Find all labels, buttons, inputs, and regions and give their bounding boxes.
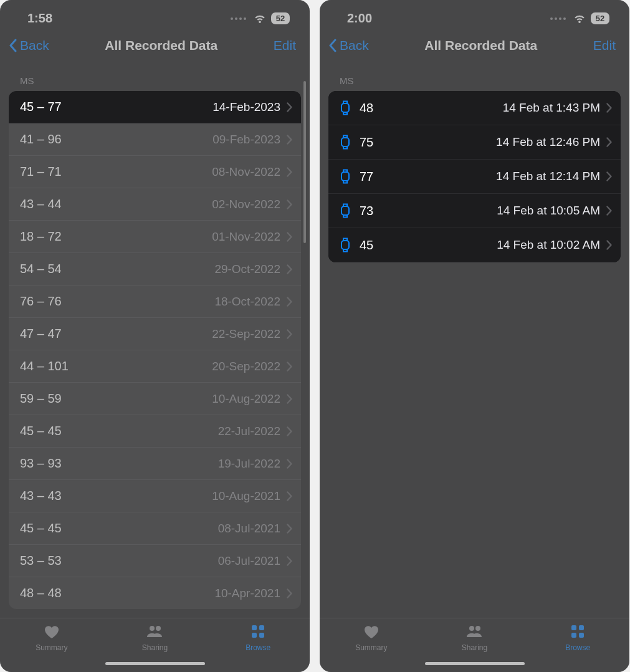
chevron-right-icon	[287, 264, 292, 274]
watch-icon	[340, 203, 351, 219]
svg-rect-4	[252, 633, 257, 638]
table-row[interactable]: 7314 Feb at 10:05 AM	[328, 194, 621, 228]
row-value: 43 – 44	[20, 197, 212, 211]
row-date: 08-Nov-2022	[212, 165, 280, 179]
table-row[interactable]: 43 – 4402-Nov-2022	[9, 188, 301, 221]
row-value: 75	[360, 135, 496, 150]
svg-point-1	[156, 626, 161, 631]
back-button[interactable]: Back	[9, 38, 49, 53]
chevron-right-icon	[606, 171, 612, 181]
tab-summary[interactable]: Summary	[0, 623, 103, 652]
back-button[interactable]: Back	[328, 38, 369, 53]
row-value: 53 – 53	[20, 554, 218, 568]
battery-level: 52	[271, 12, 290, 24]
section-header: MS	[328, 62, 621, 91]
row-date: 14 Feb at 12:14 PM	[496, 170, 600, 183]
chevron-right-icon	[606, 103, 612, 113]
row-date: 14 Feb at 10:05 AM	[497, 204, 600, 218]
grid-icon	[568, 623, 587, 641]
table-row[interactable]: 45 – 4508-Jul-2021	[9, 512, 301, 545]
row-date: 14 Feb at 10:02 AM	[497, 238, 600, 252]
chevron-right-icon	[287, 232, 292, 242]
edit-button[interactable]: Edit	[593, 38, 616, 53]
table-row[interactable]: 76 – 7618-Oct-2022	[9, 286, 301, 318]
tab-summary[interactable]: Summary	[320, 623, 423, 652]
data-list: 45 – 7714-Feb-202341 – 9609-Feb-202371 –…	[9, 91, 301, 609]
tab-label: Sharing	[462, 643, 487, 652]
grid-icon	[249, 623, 267, 641]
row-value: 45 – 45	[20, 521, 218, 535]
table-row[interactable]: 45 – 7714-Feb-2023	[9, 91, 301, 123]
row-value: 93 – 93	[20, 456, 218, 471]
tab-label: Browse	[246, 643, 270, 652]
row-value: 71 – 71	[20, 165, 212, 179]
edit-button[interactable]: Edit	[274, 38, 296, 53]
table-row[interactable]: 71 – 7108-Nov-2022	[9, 156, 301, 188]
cellular-dots-icon	[550, 17, 566, 20]
chevron-right-icon	[287, 556, 292, 566]
svg-rect-14	[579, 625, 584, 630]
row-value: 41 – 96	[20, 132, 212, 146]
chevron-right-icon	[287, 491, 292, 501]
home-indicator[interactable]	[0, 655, 310, 672]
data-list: 4814 Feb at 1:43 PM7514 Feb at 12:46 PM7…	[328, 91, 621, 262]
row-date: 14 Feb at 12:46 PM	[496, 135, 600, 149]
svg-point-12	[475, 626, 480, 631]
row-date: 18-Oct-2022	[214, 295, 280, 309]
row-value: 76 – 76	[20, 294, 214, 309]
row-date: 01-Nov-2022	[212, 230, 280, 244]
tab-sharing[interactable]: Sharing	[103, 623, 207, 652]
row-value: 48	[360, 101, 503, 115]
svg-rect-10	[341, 241, 349, 249]
heart-icon	[362, 623, 381, 641]
phone-right: 2:00 52 Back All Recorded Data Edit MS 4…	[320, 0, 629, 672]
row-date: 29-Oct-2022	[214, 262, 280, 276]
table-row[interactable]: 48 – 4810-Apr-2021	[9, 577, 301, 609]
table-row[interactable]: 54 – 5429-Oct-2022	[9, 253, 301, 286]
tab-bar: Summary Sharing Browse	[0, 618, 310, 655]
svg-rect-8	[341, 172, 349, 181]
chevron-right-icon	[287, 394, 292, 404]
tab-bar: Summary Sharing Browse	[320, 618, 629, 655]
table-row[interactable]: 41 – 9609-Feb-2023	[9, 123, 301, 156]
table-row[interactable]: 47 – 4722-Sep-2022	[9, 318, 301, 350]
table-row[interactable]: 43 – 4310-Aug-2021	[9, 480, 301, 512]
page-title: All Recorded Data	[105, 38, 217, 53]
svg-point-11	[469, 626, 474, 631]
tab-sharing[interactable]: Sharing	[423, 623, 527, 652]
status-bar: 1:58 52	[0, 0, 310, 31]
table-row[interactable]: 7714 Feb at 12:14 PM	[328, 160, 621, 194]
chevron-right-icon	[287, 329, 292, 339]
table-row[interactable]: 44 – 10120-Sep-2022	[9, 350, 301, 383]
row-value: 43 – 43	[20, 489, 212, 503]
status-time: 1:58	[27, 11, 52, 26]
table-row[interactable]: 7514 Feb at 12:46 PM	[328, 125, 621, 160]
heart-icon	[42, 623, 61, 641]
scroll-indicator[interactable]	[303, 81, 306, 243]
watch-icon	[340, 100, 351, 116]
wifi-icon	[253, 12, 267, 25]
back-label: Back	[340, 38, 369, 53]
table-row[interactable]: 53 – 5306-Jul-2021	[9, 545, 301, 577]
chevron-right-icon	[287, 426, 292, 436]
home-indicator[interactable]	[320, 655, 629, 672]
table-row[interactable]: 18 – 7201-Nov-2022	[9, 221, 301, 253]
table-row[interactable]: 59 – 5910-Aug-2022	[9, 383, 301, 415]
tab-label: Summary	[36, 643, 67, 652]
tab-browse[interactable]: Browse	[526, 623, 629, 652]
watch-icon	[340, 168, 351, 185]
people-icon	[465, 623, 484, 641]
people-icon	[146, 623, 165, 641]
row-value: 59 – 59	[20, 391, 212, 406]
tab-browse[interactable]: Browse	[206, 623, 310, 652]
table-row[interactable]: 4814 Feb at 1:43 PM	[328, 91, 621, 125]
row-date: 22-Jul-2022	[218, 425, 280, 438]
table-row[interactable]: 93 – 9319-Jul-2022	[9, 448, 301, 480]
table-row[interactable]: 4514 Feb at 10:02 AM	[328, 228, 621, 262]
tab-label: Sharing	[142, 643, 168, 652]
table-row[interactable]: 45 – 4522-Jul-2022	[9, 415, 301, 448]
chevron-right-icon	[606, 137, 612, 147]
svg-rect-15	[571, 633, 576, 638]
content-area: MS 4814 Feb at 1:43 PM7514 Feb at 12:46 …	[320, 62, 629, 618]
row-value: 54 – 54	[20, 262, 214, 276]
